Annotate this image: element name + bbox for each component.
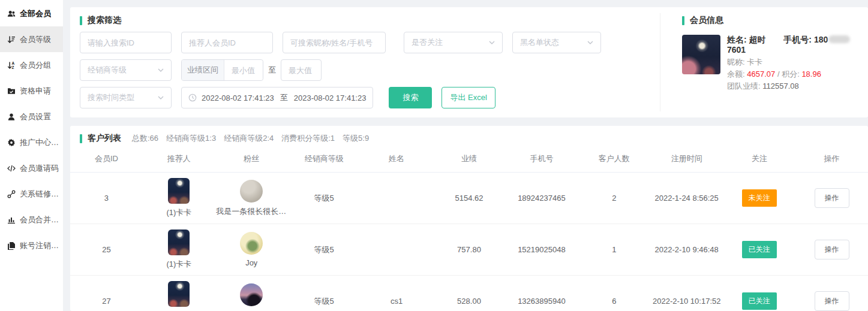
phone-redaction-blur [828,35,850,43]
sidebar-item-label: 会员设置 [20,111,51,122]
sidebar-item-label: 资格申请 [20,86,51,96]
table-row: 3 (1)卡卡 我是一条很长很长很... 等级5 5154.62 1892423… [70,173,868,224]
balance-points-separator: / [777,70,780,78]
customers-cell: 6 [578,297,650,306]
col-follow: 关注 [723,153,795,164]
col-referrer: 推荐人 [143,153,215,164]
team-performance-label: 团队业绩: [727,81,761,90]
time-type-select[interactable]: 搜索时间类型 [80,87,172,108]
member-phone-prefix: 180 [814,35,828,44]
referrer-name: (1)卡卡 [166,207,191,218]
sidebar-item-label: 会员合并记录 [20,215,63,225]
registered-cell: 2022-1-24 8:56:25 [650,194,723,203]
col-fan: 粉丝 [215,153,288,164]
fan-cell: Joy [215,232,288,267]
col-registered: 注册时间 [650,153,723,164]
table-body: 3 (1)卡卡 我是一条很长很长很... 等级5 5154.62 1892423… [70,173,868,311]
main-content: 搜索筛选 是否关注 黑名单状态 经销商等级 [63,0,868,311]
search-id-input[interactable] [80,32,172,53]
sidebar-item-label: 会员分组 [20,60,51,71]
date-separator: 至 [280,92,288,103]
referrer-avatar [168,178,190,204]
sort-level-icon [7,35,16,44]
sidebar-item-promotion-settings[interactable]: 推广中心设置 [0,129,63,155]
follow-status-select[interactable]: 是否关注 [404,32,503,53]
row-action-button[interactable]: 操作 [815,188,849,208]
phone-cell: 15219025048 [505,245,578,254]
nickname-label: 昵称: [727,58,745,67]
fan-avatar [240,232,263,255]
col-performance: 业绩 [433,153,506,164]
balance-value: 4657.07 [747,70,775,78]
balance-label: 余额: [727,70,745,78]
chevron-down-icon [587,41,593,44]
follow-badge: 已关注 [742,292,777,310]
sidebar-item-member-level[interactable]: 会员等级 [0,26,63,52]
customer-list-card: 客户列表 总数:66 经销商等级1:3 经销商等级2:4 消费积分等级:1 等级… [70,126,868,311]
fan-name: Joy [245,258,257,267]
member-info-body: 姓名: 超时 手机号: 1807601 昵称: 卡卡 余额: 4657.07 / [682,35,862,91]
registered-cell: 2022-2-10 10:17:52 [650,297,723,306]
customer-list-title: 客户列表 [80,133,121,144]
row-action-button[interactable]: 操作 [815,291,849,311]
referrer-id-input[interactable] [181,32,273,53]
customers-cell: 1 [578,245,650,254]
sidebar-item-all-members[interactable]: 全部会员 [0,1,63,26]
member-info-panel: 会员信息 姓名: 超时 手机号: 1807601 昵称: 卡卡 [660,13,868,111]
customer-list-header: 客户列表 总数:66 经销商等级1:3 经销商等级2:4 消费积分等级:1 等级… [70,133,868,144]
code-icon [7,164,16,173]
filter-row-1: 是否关注 黑名单状态 [80,32,650,53]
chevron-down-icon [489,41,495,44]
sidebar-item-label: 关系链修改记录 [20,189,63,200]
fan-cell: Lazy Cat [215,283,288,311]
follow-badge: 未关注 [742,189,777,207]
member-id-cell: 3 [70,194,143,203]
search-filter-title: 搜索筛选 [80,15,650,26]
fan-avatar [240,283,263,306]
follow-badge: 已关注 [742,241,777,258]
member-name-label: 姓名: [727,35,747,44]
search-button[interactable]: 搜索 [389,87,432,108]
performance-range-label: 业绩区间 [182,60,224,80]
member-phone-label: 手机号: [783,35,812,44]
performance-cell: 5154.62 [433,194,506,203]
performance-min-input[interactable] [224,60,263,80]
points-label: 积分: [782,70,800,78]
date-range-picker[interactable]: 2022-08-02 17:41:23 至 2023-08-02 17:41:2… [181,87,373,108]
sidebar-item-invite-code[interactable]: 会员邀请码 [0,155,63,181]
sidebar-item-member-group[interactable]: AZ 会员分组 [0,52,63,78]
chevron-down-icon [158,68,164,72]
dealer-level-cell: 等级5 [288,296,361,307]
sidebar-item-member-settings[interactable]: 会员设置 [0,104,63,129]
dealer-level-select[interactable]: 经销商等级 [80,59,172,81]
sidebar-item-label: 全部会员 [20,8,51,19]
export-excel-button[interactable]: 导出 Excel [441,87,495,108]
user-icon [7,113,16,121]
search-filter-section: 搜索筛选 是否关注 黑名单状态 经销商等级 [70,7,660,117]
keyword-input[interactable] [283,32,386,53]
stat-level-5: 等级5:9 [343,133,369,144]
link-icon [7,190,16,198]
action-cell: 操作 [795,240,868,259]
name-cell: cs1 [361,297,433,306]
fan-name: 我是一条很长很长很... [216,206,287,217]
sidebar-item-account-cancel[interactable]: 账号注销管理 [0,233,63,258]
row-action-button[interactable]: 操作 [815,240,849,259]
member-balance-line: 余额: 4657.07 / 积分: 18.96 [727,69,862,79]
date-start: 2022-08-02 17:41:23 [202,93,274,102]
member-avatar [682,35,720,74]
sidebar-item-qualification[interactable]: 资格申请 [0,78,63,104]
sidebar-item-merge-log[interactable]: 会员合并记录 [0,207,63,233]
customer-list-stats: 总数:66 经销商等级1:3 经销商等级2:4 消费积分等级:1 等级5:9 [132,133,369,144]
sidebar-item-relation-log[interactable]: 关系链修改记录 [0,181,63,207]
performance-max-input[interactable] [281,59,322,81]
blacklist-status-select[interactable]: 黑名单状态 [512,32,601,53]
team-performance-value: 112557.08 [762,81,799,90]
table-header-row: 会员ID 推荐人 粉丝 经销商等级 姓名 业绩 手机号 客户人数 注册时间 关注… [70,153,868,173]
table-row: 25 (1)卡卡 Joy 等级5 757.80 15219025048 1 20… [70,224,868,276]
member-id-cell: 25 [70,245,143,254]
registered-cell: 2022-2-10 9:46:48 [650,245,723,254]
filter-row-2: 经销商等级 业绩区间 至 [80,59,650,81]
sidebar-item-label: 会员等级 [20,34,51,45]
member-name-phone-line: 姓名: 超时 手机号: 1807601 [727,35,862,55]
